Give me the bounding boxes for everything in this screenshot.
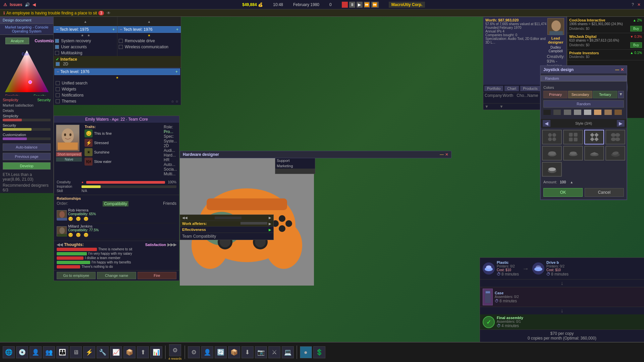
star-3[interactable]: ★ <box>148 34 151 37</box>
checkbox-2d[interactable] <box>56 62 60 66</box>
theme-star-1[interactable]: ☆ <box>171 100 174 103</box>
tool-settings[interactable]: ⚙ <box>169 344 181 356</box>
simplicity-slider[interactable]: Simplicity <box>0 113 53 123</box>
tool-disc[interactable]: 💿 <box>16 346 28 358</box>
tool-lightning[interactable]: ⚡ <box>83 346 95 358</box>
tool-dollar[interactable]: 💲 <box>313 346 325 358</box>
tool-people[interactable]: 👥 <box>43 346 55 358</box>
cooljosa-buy-button[interactable]: Buy <box>630 26 642 32</box>
tool-person2[interactable]: 👤 <box>201 346 213 358</box>
checkbox-multitasking[interactable] <box>55 51 59 55</box>
style-prev-button[interactable]: ◀ <box>543 120 550 127</box>
cancel-button[interactable]: Cancel <box>585 188 624 197</box>
speaker-icon[interactable]: 🔊 <box>25 2 30 7</box>
hr-scrollbar[interactable] <box>275 169 315 174</box>
button-style-3[interactable] <box>584 130 604 144</box>
hr-support[interactable]: Support <box>275 158 315 163</box>
close-hardware[interactable]: ✕ <box>445 152 448 157</box>
tool-wrench[interactable]: 🔧 <box>97 346 109 358</box>
ok-button[interactable]: OK <box>543 188 583 197</box>
tool-blue-circle[interactable]: ● <box>300 346 312 358</box>
work-scroll-left[interactable]: ◀◀ <box>182 216 187 220</box>
checkbox-user-accounts[interactable] <box>55 45 59 49</box>
star-iface[interactable]: ★ <box>116 76 119 79</box>
tech-plus-iface[interactable]: + <box>175 69 178 74</box>
star-1[interactable]: ★ <box>81 34 84 37</box>
tool-barchar[interactable]: 📊 <box>150 346 162 358</box>
ffwd-btn[interactable]: ⏩ <box>364 2 370 8</box>
tech-minus-left[interactable]: − <box>56 27 58 32</box>
minimize-hardware[interactable]: — <box>440 152 444 157</box>
tool-monitor[interactable]: 🖥 <box>70 346 82 358</box>
tool-person[interactable]: 👤 <box>30 346 42 358</box>
primary-tab[interactable]: Primary <box>543 91 568 98</box>
scroll-down[interactable]: ▶ <box>269 222 271 226</box>
sort-company[interactable]: ▼ <box>485 104 489 109</box>
pause-btn[interactable]: ⏸ <box>349 2 355 8</box>
stop-btn[interactable] <box>342 2 348 8</box>
tool-upload[interactable]: ⬆ <box>137 346 149 358</box>
button-style-9[interactable] <box>542 162 562 177</box>
color-scroll-down[interactable]: ▼ <box>618 91 624 98</box>
color-brown[interactable] <box>604 110 612 115</box>
color-random-btn[interactable]: Random <box>543 100 624 108</box>
work-scroll-right[interactable]: ▶ <box>269 216 271 220</box>
tool-arrows[interactable]: 🔄 <box>215 346 227 358</box>
tertiary-tab[interactable]: Tertiary <box>593 91 617 98</box>
tech-minus-iface[interactable]: − <box>57 69 59 74</box>
hr-marketing[interactable]: Marketing <box>275 163 315 169</box>
tool-package[interactable]: 📦 <box>228 346 240 358</box>
sort-worth[interactable]: ▼ <box>499 104 503 109</box>
button-style-6[interactable] <box>563 146 583 161</box>
theme-star-2[interactable]: ☆ <box>175 100 178 103</box>
tool-chart[interactable]: 📈 <box>110 346 122 358</box>
customization-slider[interactable]: Customization <box>0 132 53 141</box>
color-lightgray[interactable] <box>584 110 591 115</box>
tech-plus-left[interactable]: + <box>112 27 115 32</box>
tool-globe[interactable]: 🌐 <box>3 346 15 358</box>
compat-tab[interactable]: Compatibility <box>103 201 128 206</box>
checkbox-notifications[interactable] <box>56 93 60 97</box>
button-style-5[interactable] <box>542 146 562 161</box>
random-button[interactable]: Random <box>541 75 627 81</box>
develop-button[interactable]: Develop <box>3 162 51 170</box>
chart-tab[interactable]: Chart <box>504 86 519 91</box>
friends-tab[interactable]: Friends <box>163 201 176 206</box>
checkbox-unified-search[interactable] <box>56 81 60 85</box>
help-btn[interactable]: ? <box>632 2 634 7</box>
color-darkgray[interactable] <box>553 110 561 115</box>
color-gray[interactable] <box>564 110 571 115</box>
tool-box[interactable]: 📦 <box>123 346 136 358</box>
button-style-1[interactable] <box>542 130 562 144</box>
checkbox-system-recovery[interactable] <box>55 39 59 43</box>
color-medgray[interactable] <box>574 110 581 115</box>
checkbox-removable-drive[interactable] <box>119 39 123 43</box>
scroll-up-right[interactable]: ▲ <box>117 17 181 26</box>
ffwd2-btn[interactable]: ⏩ <box>371 2 379 8</box>
button-style-2[interactable] <box>563 130 583 144</box>
tool-camera[interactable]: 📷 <box>255 346 267 358</box>
scroll-up-left[interactable]: ▲ <box>54 17 117 26</box>
change-name-button[interactable]: Change name <box>97 272 136 279</box>
tech-minus-right[interactable]: − <box>120 27 122 32</box>
tool-laptop[interactable]: 💻 <box>282 346 294 358</box>
button-style-7[interactable] <box>584 146 604 161</box>
checkbox-widgets[interactable] <box>56 87 60 91</box>
close-btn[interactable]: ✕ <box>637 2 641 7</box>
close-modal[interactable]: ✕ <box>621 67 624 72</box>
prev-icon[interactable]: ◀ <box>33 2 36 7</box>
tool-sword[interactable]: ⚔ <box>268 346 280 358</box>
button-style-8[interactable] <box>605 146 625 161</box>
tool-down[interactable]: ⬇ <box>241 346 254 358</box>
tool-gear2[interactable]: ⚙ <box>188 346 200 358</box>
fire-button[interactable]: Fire <box>138 272 176 279</box>
style-next-button[interactable]: ▶ <box>617 120 625 127</box>
nav-forward[interactable]: ▶▶▶ <box>167 242 176 247</box>
auto-balance-button[interactable]: Auto-balance <box>3 143 51 151</box>
previous-page-button[interactable]: Previous page <box>3 153 51 160</box>
star-2[interactable]: ★ <box>87 34 90 37</box>
color-tan[interactable] <box>594 110 601 115</box>
checkbox-wireless-comm[interactable] <box>119 45 123 49</box>
notif-dismiss[interactable]: 👁 <box>107 11 111 15</box>
portfolio-tab[interactable]: Portfolio <box>484 86 503 91</box>
